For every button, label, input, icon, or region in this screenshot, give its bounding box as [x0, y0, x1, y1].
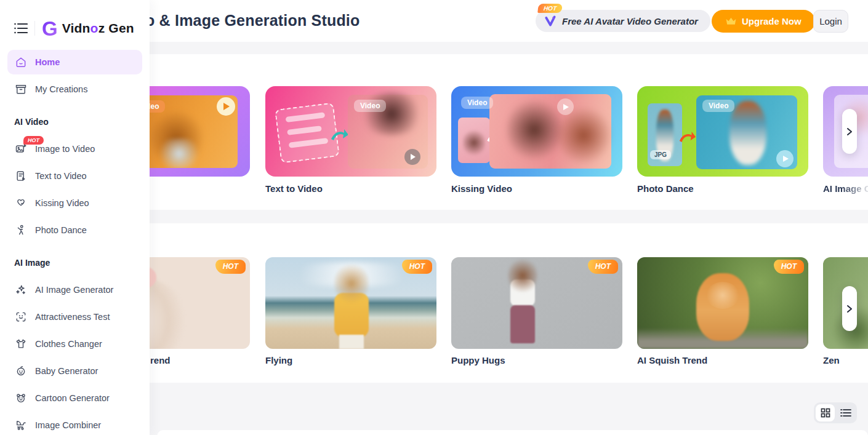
- hot-badge: HOT: [774, 260, 804, 274]
- vidnoz-logo-icon[interactable]: G: [42, 18, 58, 39]
- template-card-puppy-hugs[interactable]: HOT: [451, 257, 622, 349]
- card-label-kissing-video[interactable]: Kissing Video: [451, 183, 512, 194]
- template-card-flying[interactable]: HOT: [265, 257, 436, 349]
- card-label-ai-image[interactable]: AI Image G: [823, 183, 868, 194]
- hot-badge: HOT: [23, 136, 44, 145]
- sidebar-item-ai-image-generator[interactable]: AI Image Generator: [7, 277, 142, 302]
- chevron-right-icon: [846, 305, 853, 313]
- card-photo-dance[interactable]: JPG Video: [637, 86, 808, 177]
- video-badge: Video: [461, 97, 493, 109]
- avatar-pill-label: Free AI Avatar Video Generator: [562, 16, 698, 26]
- hamburger-icon: [14, 23, 28, 34]
- upgrade-now-button[interactable]: Upgrade Now: [712, 10, 815, 33]
- sidebar-item-home[interactable]: Home: [7, 50, 142, 74]
- list-view-button[interactable]: [836, 404, 855, 421]
- view-mode-toggle: [814, 402, 857, 423]
- sidebar-item-text-to-video[interactable]: Text to Video: [7, 164, 142, 188]
- play-icon: [404, 149, 420, 165]
- login-button[interactable]: Login: [813, 10, 848, 33]
- menu-toggle-button[interactable]: [14, 21, 28, 36]
- divider: [34, 21, 35, 36]
- stroller-icon: [15, 419, 27, 431]
- card-label-zen[interactable]: Zen: [823, 355, 840, 365]
- template-card-ai-squish-trend[interactable]: HOT: [637, 257, 808, 349]
- convert-arrow-icon: [329, 127, 349, 143]
- sidebar-item-baby-generator[interactable]: Baby Generator: [7, 359, 142, 383]
- card-text-to-video[interactable]: Video: [265, 86, 436, 177]
- sidebar-section-ai-video: AI Video: [14, 117, 49, 127]
- sparkles-icon: [15, 284, 27, 296]
- convert-arrow-icon: [678, 129, 696, 145]
- page-title: o & Image Generation Studio: [145, 12, 360, 30]
- grid-view-button[interactable]: [816, 404, 835, 421]
- crown-icon: [725, 17, 737, 26]
- list-view-icon: [840, 408, 851, 418]
- chevron-right-icon: [846, 127, 853, 136]
- tshirt-icon: [15, 338, 27, 350]
- avatar-pill-hot-badge: HOT: [537, 4, 563, 13]
- image-to-video-icon: [15, 143, 27, 155]
- card-label-ai-squish-trend[interactable]: AI Squish Trend: [637, 355, 707, 365]
- sidebar-item-clothes-changer[interactable]: Clothes Changer: [7, 332, 142, 356]
- brand-name[interactable]: Vidnoz Gen: [62, 21, 134, 36]
- play-icon: [776, 150, 794, 167]
- bottom-content-card: [157, 430, 868, 435]
- card-label-puppy-hugs[interactable]: Puppy Hugs: [451, 355, 505, 365]
- baby-face-icon: [15, 365, 27, 377]
- sidebar-item-attractiveness-test[interactable]: Attractiveness Test: [7, 305, 142, 329]
- play-icon: [557, 98, 574, 115]
- jpg-badge: JPG: [650, 150, 671, 159]
- hot-badge: HOT: [588, 260, 618, 274]
- video-badge: Video: [354, 100, 386, 112]
- play-icon: [217, 97, 235, 116]
- free-ai-avatar-pill[interactable]: Free AI Avatar Video Generator: [536, 10, 710, 32]
- text-to-video-icon: [15, 170, 27, 182]
- grid-view-icon: [821, 408, 830, 418]
- home-icon: [15, 56, 27, 68]
- sidebar-section-ai-image: AI Image: [14, 258, 50, 268]
- vidnoz-v-icon: [544, 15, 557, 27]
- face-scan-icon: [15, 311, 27, 323]
- hot-badge: HOT: [402, 260, 432, 274]
- app-root: o & Image Generation Studio HOT Free AI …: [0, 0, 868, 435]
- card-label-text-to-video[interactable]: Text to Video: [265, 183, 323, 194]
- sidebar-item-kissing-video[interactable]: Kissing Video: [7, 191, 142, 215]
- card-label-photo-dance[interactable]: Photo Dance: [637, 183, 694, 194]
- sidebar: G Vidnoz Gen Home My Creations AI Video …: [0, 0, 150, 435]
- logo-row: G Vidnoz Gen: [0, 15, 150, 42]
- card-label-trend[interactable]: rend: [150, 355, 171, 365]
- card-label-flying[interactable]: Flying: [265, 355, 292, 365]
- tools-carousel-next-button[interactable]: [842, 109, 857, 154]
- hot-badge: HOT: [215, 260, 246, 274]
- dancing-person-icon: [15, 224, 27, 236]
- sidebar-item-image-combiner[interactable]: Image Combiner: [7, 413, 142, 435]
- card-kissing-video[interactable]: Video: [451, 86, 622, 177]
- video-badge: Video: [702, 100, 734, 112]
- hearts-icon: [15, 197, 27, 209]
- templates-carousel-next-button[interactable]: [842, 286, 857, 331]
- sidebar-item-cartoon-generator[interactable]: Cartoon Generator: [7, 386, 142, 410]
- bear-face-icon: [15, 392, 27, 404]
- sidebar-item-my-creations[interactable]: My Creations: [7, 77, 142, 102]
- upgrade-label: Upgrade Now: [742, 16, 802, 26]
- archive-box-icon: [15, 83, 27, 95]
- sidebar-item-photo-dance[interactable]: Photo Dance: [7, 218, 142, 242]
